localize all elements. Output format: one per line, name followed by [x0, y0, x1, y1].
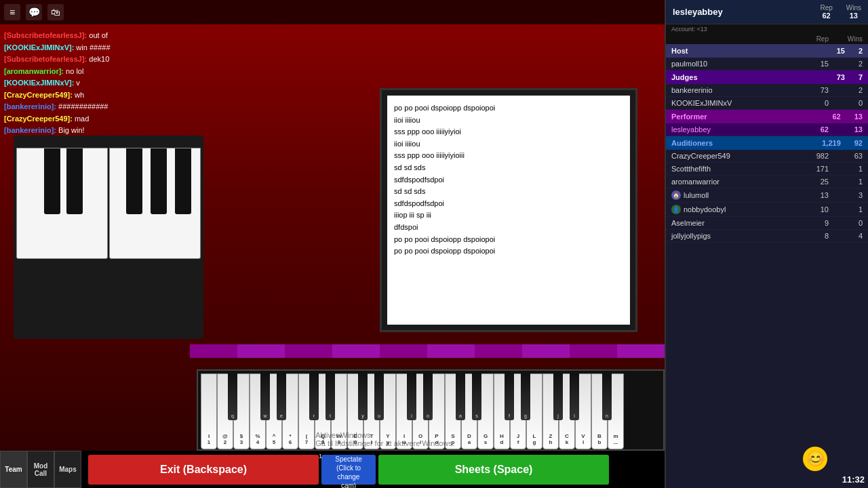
black-key[interactable]: g	[521, 373, 530, 420]
section-host-header: Host 15 2	[666, 44, 868, 58]
piano-keyboard: .wk { background: linear-gradient(180deg…	[197, 369, 665, 451]
chat-message: [bankererinio]: Big win!	[4, 125, 179, 136]
player-row[interactable]: aromanwarrior 25 1	[666, 176, 868, 188]
chat-message: [bankererinio]: ############	[4, 101, 179, 113]
sheet-line: iiiop iii sp iii	[394, 209, 623, 222]
player-row[interactable]: bankererinio 73 2	[666, 84, 868, 97]
chat-message: [CrazyCreeper549]: wh	[4, 89, 179, 101]
sheet-line: sd sd sds	[394, 162, 623, 174]
sheet-line: sss ppp ooo iiiiiyiyioi	[394, 126, 623, 138]
piano-key-group[interactable]: %4 w	[250, 373, 266, 449]
sheet-line: po po pooi dspoiopp dspoiopoi	[394, 234, 623, 246]
black-key[interactable]: o	[423, 373, 433, 420]
piano-key-group[interactable]: Zh j	[542, 373, 559, 449]
piano-key-group[interactable]: (7 r	[298, 373, 315, 449]
piano-key-group[interactable]: @2 q	[217, 373, 233, 449]
piano-key-group[interactable]: Hd f	[494, 373, 510, 449]
black-key[interactable]: r	[309, 373, 319, 420]
progress-segments	[190, 344, 665, 358]
black-key[interactable]: i	[407, 373, 416, 420]
section-judges-header: Judges 73 7	[666, 70, 868, 84]
chat-message: [CrazyCreeper549]: mad	[4, 113, 179, 125]
player-icon: 🏠	[671, 190, 681, 200]
progress-bar	[190, 344, 665, 358]
black-key[interactable]: a	[456, 373, 465, 420]
sheet-line: dfdspoi	[394, 222, 623, 234]
sheet-line: sss ppp ooo iiiiiyiyioiii	[394, 150, 623, 162]
piano-key-group[interactable]: Iu i	[396, 373, 412, 449]
emoji-avatar: 😊	[803, 447, 827, 471]
black-key[interactable]: j	[553, 373, 563, 420]
top-bar: ≡ 💬 🛍	[0, 0, 665, 24]
player-row-performer[interactable]: lesleyabbey 62 13	[666, 123, 868, 136]
bottom-bar: Team ModCall Maps Exit (Backspace) 1 Spe…	[0, 451, 665, 488]
piano-key-group[interactable]: Sp a	[445, 373, 461, 449]
tab-maps[interactable]: Maps	[54, 451, 81, 488]
tab-mod-call[interactable]: ModCall	[27, 451, 54, 488]
exit-button[interactable]: Exit (Backspace)	[88, 455, 319, 485]
section-auditioners-header: Auditioners 1,219 92	[666, 136, 868, 150]
black-key[interactable]: l	[570, 373, 579, 420]
menu-icon[interactable]: ≡	[4, 4, 20, 20]
header-stats: Rep 62 Wins 13	[820, 4, 861, 20]
chat-message: [SubscribetofearlessJ]: dek10	[4, 54, 179, 65]
account-info: Account: <13	[666, 24, 868, 34]
player-row[interactable]: paulmoll10 15 2	[666, 58, 868, 70]
black-key[interactable]: t	[326, 373, 335, 420]
current-username: lesleyabbey	[673, 7, 723, 17]
player-icon: 👤	[671, 205, 681, 214]
sheet-line: iioi iiiiou	[394, 138, 623, 150]
player-row[interactable]: CrazyCreeper549 982 63	[666, 150, 868, 163]
column-headers: Rep Wins	[666, 34, 868, 44]
sheets-button[interactable]: Sheets (Space)	[378, 455, 609, 485]
sheet-music-modal: po po pooi dspoiopp dspoiopoi iioi iiiio…	[380, 88, 637, 332]
section-performer-header: Performer 62 13	[666, 110, 868, 123]
sheet-line: iioi iiiiou	[394, 115, 623, 127]
piano-key-group[interactable]: I1	[201, 373, 217, 449]
piano-key-group[interactable]: Bb n	[591, 373, 608, 449]
player-row[interactable]: jollyjollypigs 8 4	[666, 230, 868, 243]
black-key[interactable]: s	[472, 373, 481, 420]
piano-key-group[interactable]: E0 y	[347, 373, 363, 449]
time-display: 11:32	[842, 474, 865, 485]
sheet-line: sdfdspodfsdpoi	[394, 174, 623, 186]
black-key[interactable]: y	[358, 373, 368, 420]
chat-message: [aromanwarrior]: no lol	[4, 66, 179, 77]
right-panel-header: lesleyabbey Rep 62 Wins 13	[666, 0, 868, 24]
chat-message: [KOOKIExJIMINxV]: v	[4, 77, 179, 89]
spectate-button[interactable]: Spectate (Click to change cam)	[321, 455, 376, 485]
player-row[interactable]: Aselmeier 9 0	[666, 217, 868, 230]
black-key[interactable]: w	[260, 373, 270, 420]
rep-stat: Rep 62	[820, 4, 832, 20]
sheet-line: po po pooi dspoiopp dspoiopoi	[394, 245, 623, 258]
black-key[interactable]: q	[228, 373, 237, 420]
piano-decoration-left	[14, 136, 203, 339]
black-key[interactable]: f	[505, 373, 514, 420]
white-key[interactable]: I1	[201, 373, 217, 449]
player-row[interactable]: 👤 nobbydoobyl 10 1	[666, 203, 868, 217]
black-key[interactable]: u	[374, 373, 384, 420]
player-row[interactable]: KOOKIExJIMINxV 0 0	[666, 97, 868, 110]
player-row[interactable]: Scottthefifth 171 1	[666, 163, 868, 176]
sheet-music-content: po po pooi dspoiopp dspoiopoi iioi iiiio…	[387, 96, 630, 325]
chat-message: [KOOKIExJIMINxV]: win #####	[4, 42, 179, 54]
right-panel: lesleyabbey Rep 62 Wins 13 Account: <13 …	[665, 0, 868, 488]
shop-icon[interactable]: 🛍	[47, 4, 64, 20]
wins-stat: Wins 13	[846, 4, 861, 20]
game-background: [SubscribetofearlessJ]: out of [KOOKIExJ…	[0, 0, 665, 488]
sheet-line: sd sd sds	[394, 186, 623, 198]
tab-team[interactable]: Team	[0, 451, 27, 488]
spectate-number: 1	[319, 453, 322, 460]
sheet-line: sdfdspodfsdpoi	[394, 198, 623, 210]
player-row[interactable]: 🏠 lulumoll 13 3	[666, 188, 868, 203]
tab-bar: Team ModCall Maps	[0, 451, 81, 488]
chat-area: [SubscribetofearlessJ]: out of [KOOKIExJ…	[0, 27, 183, 140]
black-key[interactable]: e	[277, 373, 286, 420]
chat-message: [SubscribetofearlessJ]: out of	[4, 30, 179, 41]
sheet-line: po po pooi dspoiopp dspoiopoi	[394, 102, 623, 115]
black-key[interactable]: n	[602, 373, 612, 420]
chat-icon[interactable]: 💬	[26, 4, 42, 20]
